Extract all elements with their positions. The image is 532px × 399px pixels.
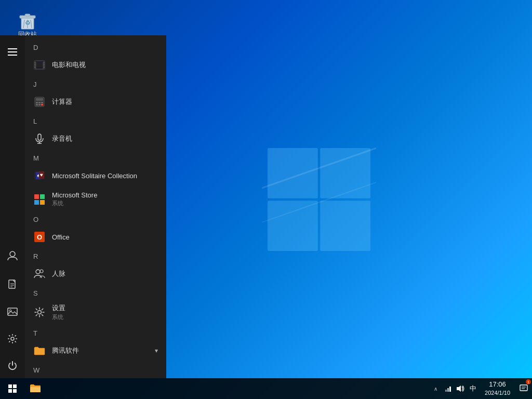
tencent-label: 腾讯软件 [52, 346, 155, 355]
taskbar-clock[interactable]: 17:06 2024/1/10 [480, 378, 515, 399]
notification-badge: 1 [526, 379, 531, 384]
svg-rect-41 [36, 104, 38, 105]
svg-point-20 [11, 337, 14, 340]
solitaire-icon: ♠ ♥ [33, 169, 46, 182]
section-header-m: M [25, 152, 166, 164]
app-item-recorder[interactable]: 录音机 [25, 127, 166, 150]
hamburger-menu-button[interactable] [0, 39, 25, 64]
app-item-calculator[interactable]: 计算器 [25, 90, 166, 113]
section-header-l: L [25, 115, 166, 127]
windows-logo-desktop [262, 142, 376, 257]
pictures-button[interactable] [0, 299, 25, 324]
svg-text:♥: ♥ [40, 172, 43, 178]
power-icon [7, 361, 18, 371]
notification-center-button[interactable]: 1 [515, 378, 532, 399]
recycle-bin-img: ♻ [17, 9, 38, 30]
movie-tv-label: 电影和电视 [52, 60, 158, 70]
app-item-tencent[interactable]: 腾讯软件 ▾ [25, 339, 166, 362]
people-label: 人脉 [52, 269, 158, 278]
svg-point-59 [40, 270, 43, 273]
store-icon [33, 193, 46, 206]
taskbar-right: ∧ 中 [430, 378, 532, 399]
app-item-movie-tv[interactable]: 电影和电视 [25, 54, 166, 76]
svg-rect-44 [38, 134, 41, 140]
store-label: Microsoft Store [52, 191, 158, 199]
desktop: ♻ 回收站 [0, 0, 532, 399]
section-header-r: R [25, 250, 166, 262]
taskbar-file-explorer[interactable] [25, 378, 46, 399]
systray-network[interactable] [442, 378, 454, 399]
svg-rect-37 [36, 98, 43, 101]
app-item-store[interactable]: Microsoft Store 系统 [25, 187, 166, 211]
user-account-button[interactable] [0, 243, 25, 268]
svg-point-58 [36, 270, 40, 274]
start-menu: D [0, 35, 166, 378]
svg-text:♻: ♻ [25, 19, 31, 26]
gear-icon [7, 334, 18, 344]
svg-rect-3 [321, 201, 371, 251]
systray-chevron[interactable]: ∧ [430, 378, 442, 399]
expand-arrow: ▾ [155, 347, 158, 354]
ime-label: 中 [470, 384, 476, 393]
recorder-icon [33, 132, 46, 145]
svg-rect-66 [447, 388, 449, 392]
svg-rect-39 [38, 102, 41, 103]
solitaire-label: Microsoft Solitaire Collection [52, 172, 158, 180]
office-label: Office [52, 233, 158, 241]
svg-rect-64 [13, 389, 17, 393]
svg-rect-0 [268, 148, 318, 198]
svg-rect-65 [445, 390, 447, 392]
section-header-j: J [25, 78, 166, 90]
svg-rect-54 [34, 200, 39, 205]
settings-button[interactable] [0, 326, 25, 351]
section-header-w: W [25, 364, 166, 376]
windows-start-icon [8, 384, 17, 393]
start-sidebar [0, 35, 25, 378]
svg-rect-40 [41, 102, 43, 103]
settings-app-icon [33, 306, 46, 318]
svg-rect-62 [13, 384, 17, 388]
network-icon [444, 384, 452, 393]
app-list: D [25, 35, 166, 378]
svg-rect-38 [36, 102, 38, 103]
svg-rect-61 [8, 384, 12, 388]
start-button[interactable] [0, 378, 25, 399]
svg-rect-18 [8, 308, 17, 315]
notification-icon [520, 384, 528, 393]
section-header-t: T [25, 327, 166, 339]
photo-icon [7, 307, 18, 317]
file-explorer-icon [29, 382, 42, 395]
app-item-office[interactable]: O Office [25, 225, 166, 248]
chevron-up-icon: ∧ [434, 386, 437, 392]
power-button[interactable] [0, 353, 25, 378]
taskbar: ∧ 中 [0, 378, 532, 399]
systray-ime[interactable]: 中 [467, 378, 480, 399]
svg-rect-63 [8, 389, 12, 393]
calculator-label: 计算器 [52, 97, 158, 107]
clock-date: 2024/1/10 [485, 389, 510, 397]
systray-volume[interactable] [454, 378, 467, 399]
svg-rect-23 [35, 62, 44, 67]
svg-rect-67 [449, 387, 451, 392]
section-header-d: D [25, 42, 166, 54]
svg-rect-8 [25, 14, 30, 16]
recycle-bin-icon[interactable]: ♻ 回收站 [9, 9, 46, 39]
section-header-o: O [25, 214, 166, 225]
svg-rect-43 [41, 104, 43, 105]
settings-sub: 系统 [52, 313, 158, 321]
app-item-people[interactable]: 人脉 [25, 262, 166, 285]
document-icon [7, 280, 18, 290]
svg-rect-42 [38, 104, 41, 105]
svg-point-13 [10, 251, 15, 257]
clock-time: 17:06 [489, 380, 506, 389]
app-item-solitaire[interactable]: ♠ ♥ Microsoft Solitaire Collection [25, 164, 166, 187]
store-sub: 系统 [52, 200, 158, 207]
svg-rect-1 [321, 148, 371, 198]
recorder-label: 录音机 [52, 134, 158, 143]
settings-label: 设置 [52, 303, 158, 313]
svg-rect-69 [520, 385, 527, 391]
documents-button[interactable] [0, 272, 25, 297]
app-item-settings[interactable]: 设置 系统 [25, 299, 166, 325]
calculator-icon [33, 96, 46, 108]
svg-marker-68 [457, 385, 461, 392]
